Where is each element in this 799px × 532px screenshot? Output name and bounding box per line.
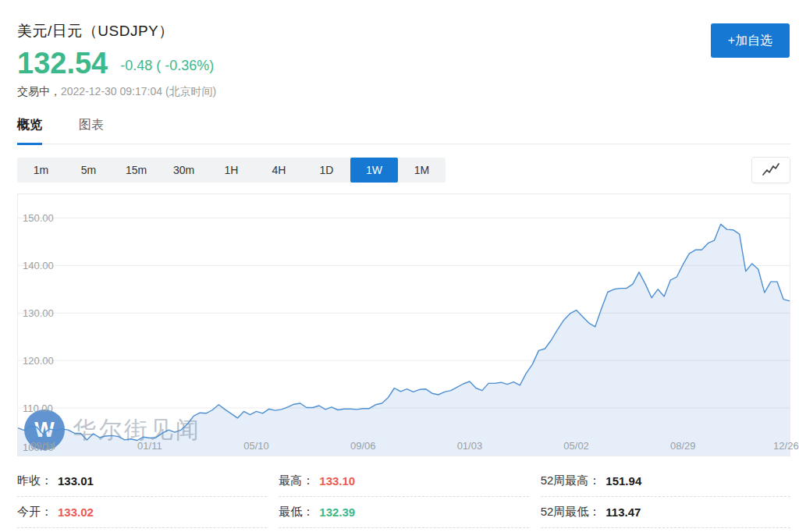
interval-1m[interactable]: 1m: [17, 158, 65, 183]
svg-text:150.00: 150.00: [23, 212, 54, 224]
svg-text:130.00: 130.00: [23, 307, 54, 319]
interval-30m[interactable]: 30m: [160, 158, 208, 183]
stat-label: 最低：: [279, 505, 314, 520]
stat-value: 133.01: [58, 474, 94, 488]
stat-high: 最高： 133.10: [279, 466, 528, 497]
stat-52w-low: 52周最低： 113.47: [541, 497, 790, 528]
price-area-chart: 150.00140.00130.00120.00110.00100.0009/1…: [18, 194, 790, 456]
interval-1h[interactable]: 1H: [208, 158, 255, 183]
stat-label: 今开：: [17, 505, 52, 520]
instrument-title: 美元/日元（USDJPY）: [17, 21, 790, 41]
view-tabs: 概览 图表: [17, 117, 790, 144]
stat-value: 132.39: [319, 505, 355, 519]
stat-value: 113.47: [605, 505, 641, 519]
interval-1d[interactable]: 1D: [303, 158, 350, 183]
stat-open: 今开： 133.02: [17, 497, 267, 528]
svg-text:140.00: 140.00: [23, 260, 54, 271]
svg-text:12/26: 12/26: [773, 440, 799, 452]
svg-text:09/06: 09/06: [350, 440, 376, 452]
chart-toolbar: 1m 5m 15m 30m 1H 4H 1D 1W 1M: [17, 157, 790, 183]
stat-value: 133.02: [58, 505, 94, 519]
stat-label: 52周最低：: [541, 505, 601, 520]
interval-1w[interactable]: 1W: [350, 158, 398, 183]
stat-52w-high: 52周最高： 151.94: [541, 466, 790, 497]
quote-page: 美元/日元（USDJPY） +加自选 132.54 -0.48 ( -0.36%…: [0, 0, 799, 532]
stat-low: 最低： 132.39: [279, 497, 528, 528]
tab-overview[interactable]: 概览: [17, 117, 42, 145]
svg-text:08/29: 08/29: [670, 440, 696, 452]
trading-status: 交易中，: [17, 85, 61, 98]
svg-text:01/11: 01/11: [137, 440, 162, 452]
svg-text:110.00: 110.00: [23, 403, 53, 414]
tab-chart[interactable]: 图表: [79, 117, 104, 144]
stats-column: 最高： 133.10 最低： 132.39: [279, 466, 528, 528]
svg-text:05/10: 05/10: [243, 440, 269, 452]
stat-value: 133.10: [319, 474, 355, 488]
instrument-header: 美元/日元（USDJPY） +加自选 132.54 -0.48 ( -0.36%…: [17, 0, 790, 99]
stat-label: 52周最高：: [541, 473, 601, 488]
stat-label: 最高：: [279, 473, 314, 488]
interval-selector: 1m 5m 15m 30m 1H 4H 1D 1W 1M: [17, 158, 446, 183]
svg-text:09/14: 09/14: [30, 440, 56, 452]
interval-1m-month[interactable]: 1M: [398, 158, 446, 183]
stat-prev-close: 昨收： 133.01: [17, 466, 267, 497]
quote-stats: 昨收： 133.01 今开： 133.02 最高： 133.10 最低： 132…: [17, 466, 790, 528]
price-chart[interactable]: W 华尔街见闻 150.00140.00130.00120.00110.0010…: [17, 193, 790, 456]
last-price: 132.54: [17, 48, 108, 78]
price-change: -0.48 ( -0.36%): [120, 58, 214, 78]
svg-text:120.00: 120.00: [23, 355, 54, 367]
interval-5m[interactable]: 5m: [65, 158, 112, 183]
stats-column: 昨收： 133.01 今开： 133.02: [17, 466, 267, 528]
quote-timestamp: 2022-12-30 09:17:04 (北京时间): [61, 85, 216, 98]
stat-value: 151.94: [605, 474, 641, 488]
add-watchlist-button[interactable]: +加自选: [711, 23, 790, 58]
line-chart-icon: [762, 163, 780, 177]
svg-text:05/02: 05/02: [563, 440, 589, 452]
stats-column: 52周最高： 151.94 52周最低： 113.47: [541, 466, 790, 528]
interval-4h[interactable]: 4H: [255, 158, 303, 183]
chart-type-button[interactable]: [751, 157, 790, 183]
stat-label: 昨收：: [17, 473, 52, 488]
svg-text:01/03: 01/03: [457, 440, 483, 452]
interval-15m[interactable]: 15m: [112, 158, 160, 183]
